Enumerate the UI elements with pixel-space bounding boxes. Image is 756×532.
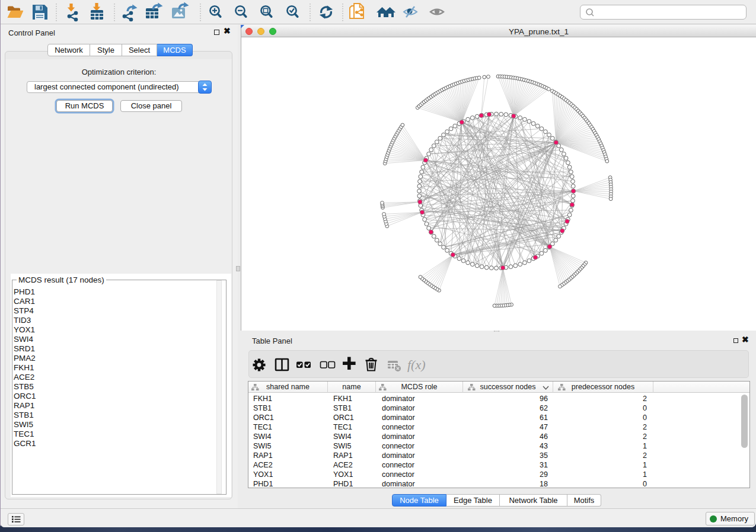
svg-text:f(x): f(x) xyxy=(407,357,426,372)
